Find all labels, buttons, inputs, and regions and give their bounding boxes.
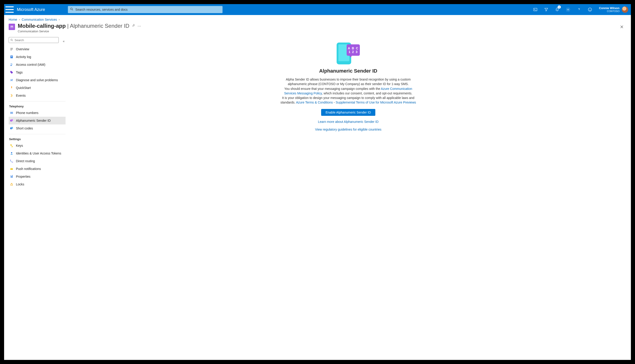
feedback-icon[interactable] xyxy=(584,4,595,15)
brand-label[interactable]: Microsoft Azure xyxy=(15,7,63,12)
directory-filter-icon[interactable] xyxy=(541,4,552,15)
push-notifications-icon xyxy=(10,167,14,171)
side-nav: « OverviewActivity logAccess control (IA… xyxy=(4,35,66,360)
crumb-parent[interactable]: Communication Services xyxy=(22,18,57,22)
phone-numbers-icon xyxy=(10,111,14,115)
main-description: Alpha Sender ID allows businesses to imp… xyxy=(279,77,418,105)
identities-user-access-tokens-icon xyxy=(10,151,14,156)
page-subtitle: Communication Service xyxy=(18,30,141,33)
locks-icon xyxy=(10,182,14,186)
settings-icon[interactable] xyxy=(563,4,573,15)
svg-rect-25 xyxy=(12,176,12,178)
link-regulatory[interactable]: View regulatory guidelines for eligible … xyxy=(315,128,381,131)
chevron-right-icon: › xyxy=(59,18,60,21)
nav-group-label: Telephony xyxy=(9,101,66,109)
sidebar-item-alphanumeric-sender-id[interactable]: Alphanumeric Sender ID xyxy=(9,117,66,124)
sidebar-item-label: Phone numbers xyxy=(16,111,39,115)
sidebar-item-label: Direct routing xyxy=(16,159,35,163)
sidebar-item-direct-routing[interactable]: Direct routing xyxy=(9,157,66,165)
sidebar-item-tags[interactable]: Tags xyxy=(9,68,66,76)
svg-rect-10 xyxy=(11,57,13,57)
sidebar-item-identities-user-access-tokens[interactable]: Identities & User Access Tokens xyxy=(9,150,66,157)
svg-rect-24 xyxy=(11,176,11,178)
sidebar-item-activity-log[interactable]: Activity log xyxy=(9,53,66,61)
crumb-home[interactable]: Home xyxy=(9,18,17,22)
avatar xyxy=(622,6,628,13)
user-menu[interactable]: Connie Wilson CONTOSO xyxy=(595,4,631,15)
global-search-input[interactable] xyxy=(74,8,221,12)
side-search-input[interactable] xyxy=(13,38,57,42)
sidebar-item-overview[interactable]: Overview xyxy=(9,45,66,53)
svg-point-0 xyxy=(71,8,72,10)
activity-log-icon xyxy=(10,55,14,59)
access-control-iam--icon xyxy=(10,62,14,67)
svg-point-21 xyxy=(10,160,11,160)
sidebar-item-label: Activity log xyxy=(16,55,31,59)
sidebar-item-events[interactable]: Events xyxy=(9,92,66,100)
keys-icon xyxy=(10,144,14,148)
sidebar-item-label: Identities & User Access Tokens xyxy=(16,152,61,155)
search-icon xyxy=(70,7,74,12)
properties-icon xyxy=(10,174,14,178)
sidebar-item-label: Access control (IAM) xyxy=(16,63,45,66)
hero-illustration: A B C 1 2 3 xyxy=(337,42,360,64)
svg-rect-6 xyxy=(12,26,13,26)
sidebar-item-properties[interactable]: Properties xyxy=(9,173,66,180)
svg-point-11 xyxy=(11,64,12,64)
sidebar-item-access-control-iam-[interactable]: Access control (IAM) xyxy=(9,61,66,68)
sidebar-item-quickstart[interactable]: QuickStart xyxy=(9,84,66,92)
link-learn-more[interactable]: Learn more about Alphanumeric Sender ID xyxy=(318,120,378,124)
sidebar-item-locks[interactable]: Locks xyxy=(9,180,66,188)
sidebar-item-diagnose-and-solve-problems[interactable]: Diagnose and solve problems xyxy=(9,76,66,84)
cloud-shell-icon[interactable] xyxy=(530,4,541,15)
svg-point-3 xyxy=(588,8,591,12)
link-supplemental[interactable]: Supplemental Terms of Use for Microsoft … xyxy=(336,100,416,104)
sidebar-item-push-notifications[interactable]: Push notifications xyxy=(9,165,66,173)
diagnose-and-solve-problems-icon xyxy=(10,78,14,82)
svg-rect-5 xyxy=(11,26,12,26)
svg-point-19 xyxy=(11,144,12,146)
page-header: Mobile-calling-app | Alphanumeric Sender… xyxy=(4,22,631,35)
svg-point-22 xyxy=(12,162,13,162)
collapse-icon[interactable]: « xyxy=(63,39,65,43)
notifications-icon[interactable]: 1 xyxy=(552,4,563,15)
svg-point-7 xyxy=(11,39,12,41)
enable-button[interactable]: Enable Alphanumeric Sender ID xyxy=(321,109,375,116)
overview-icon xyxy=(10,47,14,51)
sidebar-item-phone-numbers[interactable]: Phone numbers xyxy=(9,109,66,117)
svg-point-12 xyxy=(12,64,13,64)
sidebar-item-label: QuickStart xyxy=(16,86,31,90)
svg-point-20 xyxy=(11,152,12,153)
hamburger-icon[interactable] xyxy=(4,4,15,15)
side-search[interactable] xyxy=(9,37,59,43)
alphanumeric-sender-id-icon xyxy=(10,118,14,122)
pin-icon[interactable] xyxy=(132,24,135,28)
svg-rect-18 xyxy=(12,127,13,129)
sidebar-item-label: Tags xyxy=(16,70,23,74)
page-title: Mobile-calling-app | Alphanumeric Sender… xyxy=(18,23,129,29)
sidebar-item-label: Locks xyxy=(16,182,24,186)
sidebar-item-label: Events xyxy=(16,94,26,97)
notification-badge: 1 xyxy=(558,6,561,9)
user-name: Connie Wilson xyxy=(599,6,619,10)
svg-rect-9 xyxy=(11,56,13,56)
svg-point-13 xyxy=(11,72,11,72)
global-search[interactable] xyxy=(68,6,223,13)
nav-group-label: Settings xyxy=(9,134,66,142)
resource-icon xyxy=(9,24,15,30)
chevron-right-icon: › xyxy=(19,18,20,21)
sidebar-item-label: Push notifications xyxy=(16,167,41,170)
svg-point-14 xyxy=(12,87,12,88)
link-terms[interactable]: Azure Terms & Conditions xyxy=(296,100,333,104)
sidebar-item-keys[interactable]: Keys xyxy=(9,142,66,150)
main-heading: Alphanumeric Sender ID xyxy=(319,68,377,74)
abc-badge-icon: A B C 1 2 3 xyxy=(347,44,360,56)
sidebar-item-short-codes[interactable]: Short codes xyxy=(9,124,66,132)
close-icon[interactable] xyxy=(618,23,625,30)
more-icon[interactable]: ⋯ xyxy=(138,24,141,28)
short-codes-icon xyxy=(10,126,14,130)
sidebar-item-label: Properties xyxy=(16,175,31,178)
breadcrumb: Home › Communication Services › xyxy=(4,15,631,22)
sidebar-item-label: Overview xyxy=(16,47,29,51)
help-icon[interactable] xyxy=(573,4,584,15)
